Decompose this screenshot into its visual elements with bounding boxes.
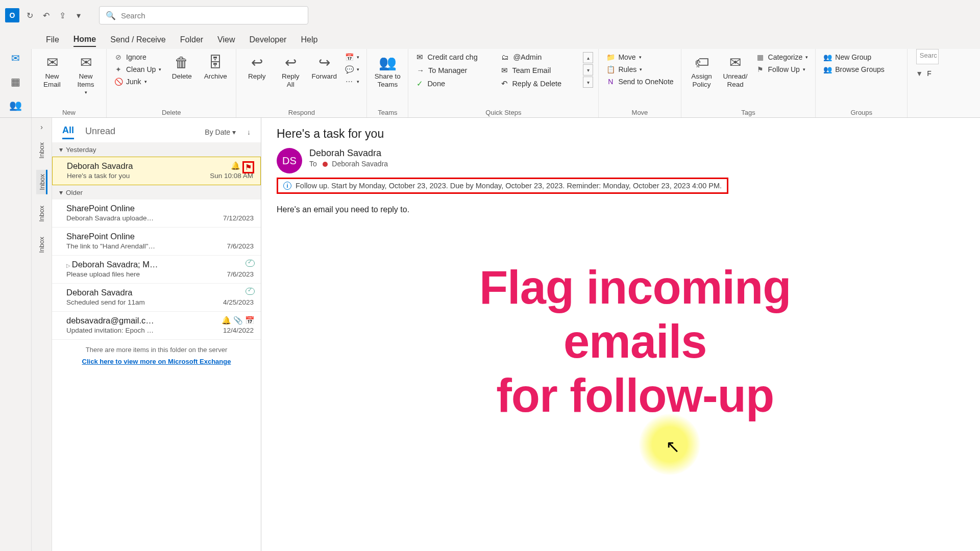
message-item[interactable]: 🔔 📎 📅 debsavadra@gmail.c… Updated invita… (52, 312, 261, 340)
tab-view[interactable]: View (217, 33, 235, 46)
send-all-icon[interactable]: ⇪ (56, 9, 68, 21)
menu-tabs: File Home Send / Receive Folder View Dev… (0, 31, 980, 49)
tab-folder[interactable]: Folder (180, 33, 203, 46)
group-label: Teams (372, 108, 403, 116)
preview-text: Please upload files here (66, 270, 140, 278)
more-items-text: There are more items in this folder on t… (60, 346, 253, 354)
sender-name: SharePoint Online (66, 204, 254, 213)
undo-icon[interactable]: ↶ (40, 9, 52, 21)
presence-icon (323, 162, 328, 167)
ribbon: ✉ ▦ 👥 ✓ ▣ ✉New Email ✉New Items▾ New ⊘Ig… (0, 49, 980, 118)
reading-pane: Here's a task for you DS Deborah Savadra… (261, 118, 980, 551)
reminder-bell-icon: 🔔 (231, 161, 240, 173)
policy-icon: 🏷 (695, 54, 709, 71)
message-item[interactable]: ▷ Deborah Savadra; M… Please upload file… (52, 256, 261, 284)
categorize-button[interactable]: ▦Categorize▾ (754, 52, 811, 62)
search-box[interactable]: 🔍 (99, 6, 308, 24)
more-icon: ⋯ (345, 78, 354, 86)
annotation-title: Flag incoming emails for follow-up (455, 261, 815, 422)
share-teams-button[interactable]: 👥Share to Teams (372, 52, 403, 91)
sort-direction-button[interactable]: ↓ (247, 128, 251, 136)
move-button[interactable]: 📁Move▾ (604, 52, 675, 62)
quickstep-item[interactable]: ✓Done (413, 79, 495, 89)
message-item[interactable]: Deborah Savadra Scheduled send for 11am4… (52, 284, 261, 312)
tab-help[interactable]: Help (301, 33, 317, 46)
qs-down-button[interactable]: ▾ (583, 64, 593, 76)
left-rail-upper: ✉ ▦ 👥 ✓ ▣ (0, 49, 32, 117)
people-icon[interactable]: 👥 (9, 99, 22, 111)
browse-groups-button[interactable]: 👥Browse Groups (821, 64, 886, 74)
quickstep-item[interactable]: →To Manager (413, 65, 495, 76)
customize-qat-icon[interactable]: ▾ (72, 9, 85, 21)
sender-name: ▷ Deborah Savadra; M… (66, 260, 254, 269)
tab-home[interactable]: Home (74, 33, 96, 47)
new-items-button[interactable]: ✉New Items▾ (70, 52, 101, 97)
tab-send-receive[interactable]: Send / Receive (110, 33, 166, 46)
im-button[interactable]: 💬▾ (342, 64, 361, 74)
sender-display-name: Deborah Savadra (309, 148, 388, 159)
tab-developer[interactable]: Developer (250, 33, 287, 46)
broom-icon: ✦ (114, 65, 123, 73)
rules-button[interactable]: 📋Rules▾ (604, 64, 675, 74)
reply-button[interactable]: ↩Reply (241, 52, 272, 83)
tracking-icon (246, 260, 255, 267)
inbox-folder[interactable]: Inbox (38, 138, 45, 163)
reply-all-button[interactable]: ↩Reply All (275, 52, 306, 91)
ribbon-group-find: Searc ▼F (908, 49, 939, 117)
search-input[interactable] (121, 11, 302, 20)
flag-highlight-box: ⚑ (242, 161, 254, 173)
preview-text: Deborah Savadra uploade… (66, 214, 154, 222)
qs-up-button[interactable]: ▴ (583, 52, 593, 63)
quickstep-item[interactable]: ✉Team Email (498, 65, 580, 76)
forward-button[interactable]: ↪Forward (309, 52, 339, 83)
inbox-folder[interactable]: Inbox (38, 233, 45, 257)
unread-read-button[interactable]: ✉Unread/ Read (720, 52, 751, 91)
tab-file[interactable]: File (46, 33, 59, 46)
junk-button[interactable]: 🚫Junk▾ (112, 77, 163, 87)
group-header-yesterday[interactable]: ▾Yesterday (52, 142, 261, 157)
new-email-button[interactable]: ✉New Email (37, 52, 67, 91)
sort-button[interactable]: By Date ▾ (205, 128, 236, 136)
meeting-button[interactable]: 📅▾ (342, 52, 361, 62)
ignore-button[interactable]: ⊘Ignore (112, 52, 163, 62)
followup-button[interactable]: ⚑Follow Up▾ (754, 64, 811, 74)
expand-folder-pane-icon[interactable]: › (40, 123, 43, 131)
message-body: Here's an email you need to reply to. (277, 205, 965, 214)
admin-icon: 🗂 (501, 53, 509, 61)
archive-button[interactable]: 🗄Archive (200, 52, 231, 83)
trash-icon: 🗑 (175, 54, 189, 71)
mail-icon[interactable]: ✉ (9, 52, 22, 64)
message-item[interactable]: SharePoint Online The link to "Hand Aren… (52, 228, 261, 256)
ribbon-groups: ✉New Email ✉New Items▾ New ⊘Ignore ✦Clea… (32, 49, 980, 117)
more-respond-button[interactable]: ⋯▾ (342, 77, 361, 87)
filter-button[interactable]: ▼F (913, 68, 934, 79)
group-header-older[interactable]: ▾Older (52, 185, 261, 199)
new-group-button[interactable]: 👥New Group (821, 52, 886, 62)
delete-button[interactable]: 🗑Delete (166, 52, 197, 83)
flag-icon[interactable]: ⚑ (245, 163, 252, 171)
message-subject: Here's a task for you (277, 127, 965, 141)
search-icon: 🔍 (106, 11, 116, 20)
qs-more-button[interactable]: ▾ (583, 77, 593, 88)
rules-icon: 📋 (606, 65, 615, 73)
assign-policy-button[interactable]: 🏷Assign Policy (687, 52, 717, 91)
quickstep-item[interactable]: 🗂@Admin (498, 52, 580, 62)
cleanup-button[interactable]: ✦Clean Up▾ (112, 64, 163, 74)
quickstep-item[interactable]: ↶Reply & Delete (498, 79, 580, 89)
onenote-button[interactable]: NSend to OneNote (604, 77, 675, 87)
inbox-folder-selected[interactable]: Inbox (36, 170, 47, 194)
filter-unread[interactable]: Unread (85, 126, 115, 139)
view-more-link[interactable]: Click here to view more on Microsoft Exc… (60, 358, 253, 365)
message-item[interactable]: 🔔 ⚑ Deborah Savadra Here's a task for yo… (52, 157, 261, 185)
quickstep-item[interactable]: ✉Credit card chg (413, 52, 495, 62)
refresh-icon[interactable]: ↻ (23, 9, 36, 21)
reminder-bell-icon: 🔔 (222, 316, 231, 325)
filter-all[interactable]: All (62, 125, 74, 139)
find-search-box[interactable]: Searc (916, 49, 939, 64)
calendar-icon: 📅 (245, 316, 255, 325)
inbox-folder[interactable]: Inbox (38, 202, 45, 226)
sender-row: DS Deborah Savadra To Deborah Savadra (277, 148, 965, 173)
calendar-icon[interactable]: ▦ (9, 76, 22, 88)
group-label: Move (604, 108, 675, 116)
message-item[interactable]: SharePoint Online Deborah Savadra upload… (52, 199, 261, 228)
